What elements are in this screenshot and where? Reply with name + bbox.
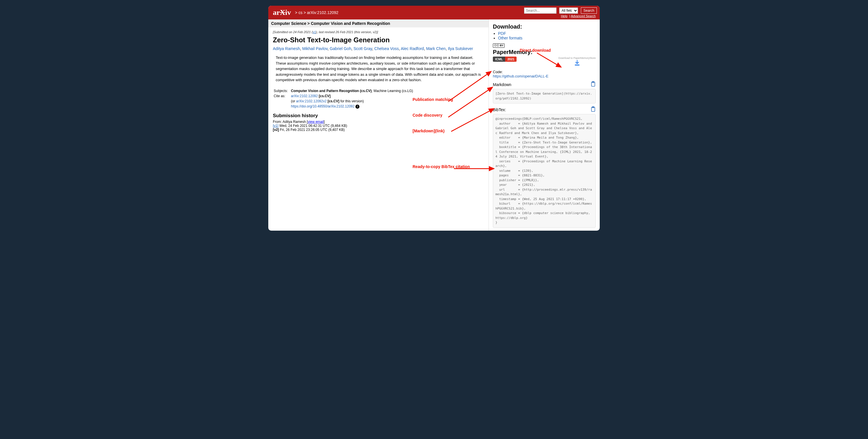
author-link[interactable]: Scott Gray [353, 46, 372, 51]
breadcrumb: > cs > arXiv:2102.12092 [295, 10, 339, 15]
info-icon[interactable]: i [355, 105, 360, 109]
v1-link[interactable]: v1 [313, 30, 316, 34]
bibtex-label: BibTex: [493, 108, 506, 112]
search-field-select[interactable]: All fields [559, 7, 578, 14]
license-badge[interactable]: ⓒⓒ BY [493, 43, 504, 48]
download-heading: Download: [493, 24, 596, 30]
search-input[interactable] [524, 7, 557, 14]
sidebar: Download: PDF Other formats ⓒⓒ BY PaperM… [489, 20, 600, 231]
author-link[interactable]: Gabriel Goh [330, 46, 351, 51]
cite-v2-link[interactable]: arXiv:2102.12092v2 [296, 99, 327, 103]
arxiv-logo[interactable]: arXiv [271, 8, 293, 18]
copy-markdown-button[interactable] [591, 81, 596, 88]
author-link[interactable]: Ilya Sutskever [448, 46, 473, 51]
topbar: arXiv > cs > arXiv:2102.12092 All fields… [268, 6, 600, 20]
search-button[interactable]: Search [581, 7, 597, 14]
author-link[interactable]: Aditya Ramesh [273, 46, 300, 51]
metadata: Subjects:Computer Vision and Pattern Rec… [273, 88, 414, 110]
author-link[interactable]: Alec Radford [401, 46, 424, 51]
copy-bibtex-button[interactable] [591, 106, 596, 113]
other-formats-link[interactable]: Other formats [498, 36, 523, 40]
author-link[interactable]: Mikhail Pavlov [302, 46, 328, 51]
download-to-store[interactable]: Download to PaperMemoryStore [558, 57, 596, 66]
submission-history: From: Aditya Ramesh [view email] [v1] We… [273, 120, 484, 132]
category-heading: Computer Science > Computer Vision and P… [268, 20, 489, 27]
code-label: Code: [493, 70, 596, 74]
window: arXiv > cs > arXiv:2102.12092 All fields… [268, 6, 600, 231]
clipboard-icon [591, 81, 596, 87]
main-column: Computer Science > Computer Vision and P… [268, 20, 489, 231]
svg-rect-0 [575, 65, 580, 65]
clipboard-icon [591, 106, 596, 112]
papermemory-heading: PaperMemory: [493, 49, 596, 55]
view-email-link[interactable]: view email [308, 120, 324, 124]
abstract: Text-to-image generation has traditional… [276, 55, 481, 83]
authors: Aditya Ramesh, Mikhail Pavlov, Gabriel G… [273, 46, 484, 51]
doi-link[interactable]: https://doi.org/10.48550/arXiv.2102.1209… [291, 104, 354, 108]
download-icon [574, 59, 581, 66]
venue-badge: ICML2021 [493, 57, 517, 62]
markdown-box[interactable]: [Zero-Shot Text-to-Image Generation](htt… [493, 89, 596, 104]
paper-title: Zero-Shot Text-to-Image Generation [273, 36, 484, 44]
pdf-link[interactable]: PDF [498, 31, 506, 36]
code-link[interactable]: https://github.com/openai/DALL-E [493, 74, 548, 78]
cite-link[interactable]: arXiv:2102.12092 [291, 94, 318, 98]
help-link[interactable]: Help [561, 14, 567, 18]
submission-info: [Submitted on 24 Feb 2021 (v1), last rev… [273, 30, 484, 34]
submission-history-heading: Submission history [273, 113, 484, 119]
bibtex-box[interactable]: @inproceedings{DBLP:conf/icml/RameshPGGV… [493, 114, 596, 228]
search-area: All fields Search Help | Advanced Search [524, 7, 597, 18]
markdown-label: Markdown [493, 82, 512, 87]
author-link[interactable]: Mark Chen [426, 46, 445, 51]
author-link[interactable]: Chelsea Voss [374, 46, 399, 51]
advanced-search-link[interactable]: Advanced Search [571, 14, 596, 18]
history-v1-link[interactable]: [v1] [273, 124, 278, 128]
